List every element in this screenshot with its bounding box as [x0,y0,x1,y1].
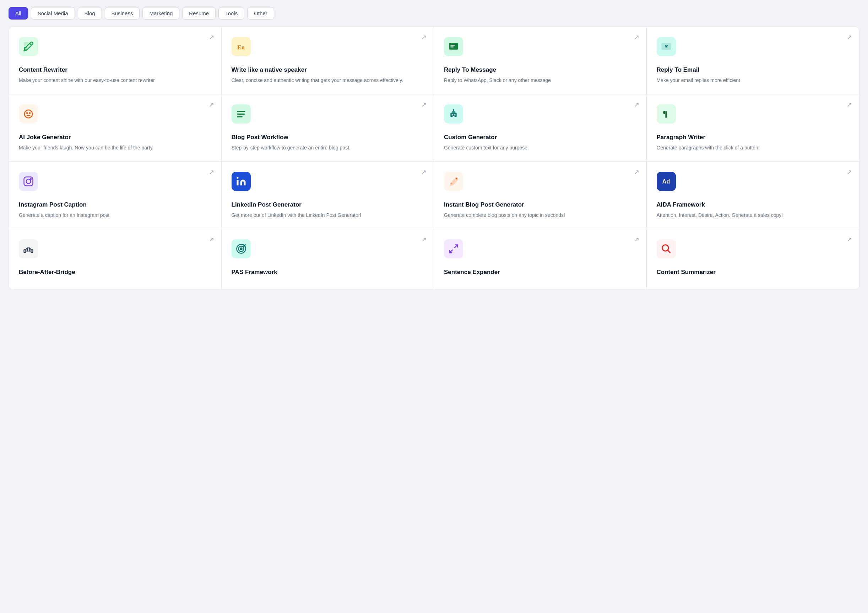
card-linkedin-post-generator[interactable]: ↗ LinkedIn Post Generator Get more out o… [222,162,434,229]
card-desc-reply-to-email: Make your email replies more efficient [657,77,849,84]
svg-line-44 [667,250,670,253]
filter-btn-blog[interactable]: Blog [78,7,102,20]
card-arrow-icon: ↗ [421,169,426,175]
card-arrow-icon: ↗ [634,169,639,175]
svg-point-29 [237,177,238,179]
card-title-instant-blog-post: Instant Blog Post Generator [444,201,636,209]
svg-rect-33 [31,250,33,253]
tools-grid: ↗ Content Rewriter Make your content shi… [9,27,859,289]
card-icon-reply-to-email [657,37,676,56]
svg-point-26 [26,179,31,184]
card-title-paragraph-writer: Paragraph Writer [657,133,849,141]
card-desc-content-rewriter: Make your content shine with our easy-to… [19,77,211,84]
card-desc-instant-blog-post: Generate complete blog posts on any topi… [444,212,636,219]
card-desc-blog-post-workflow: Step-by-step workflow to generate an ent… [232,144,424,152]
svg-point-43 [662,245,668,251]
card-arrow-icon: ↗ [421,237,426,243]
card-icon-native-speaker: En [232,37,251,56]
card-icon-before-after-bridge [19,239,38,259]
card-desc-native-speaker: Clear, concise and authentic writing tha… [232,77,424,84]
card-icon-ai-joke-generator [19,104,38,124]
svg-point-38 [240,248,242,250]
card-title-instagram-post-caption: Instagram Post Caption [19,201,211,209]
svg-rect-32 [24,250,26,253]
card-icon-linkedin-post-generator [232,172,251,191]
filter-btn-other[interactable]: Other [247,7,274,20]
svg-rect-4 [450,46,454,48]
svg-point-23 [453,109,454,110]
card-blog-post-workflow[interactable]: ↗ Blog Post Workflow Step-by-step workfl… [222,94,434,162]
svg-text:¶: ¶ [663,109,668,119]
filter-btn-marketing[interactable]: Marketing [143,7,179,20]
svg-point-10 [29,113,31,114]
card-title-reply-to-message: Reply To Message [444,66,636,74]
card-icon-content-summarizer [657,239,676,259]
filter-btn-business[interactable]: Business [105,7,140,20]
card-arrow-icon: ↗ [847,102,852,108]
svg-rect-2 [449,43,458,50]
card-reply-to-message[interactable]: ↗ Reply To Message Reply to WhatsApp, Sl… [434,27,647,94]
card-custom-generator[interactable]: ↗ Custom Generator Generate custom text … [434,94,647,162]
filter-bar: AllSocial MediaBlogBusinessMarketingResu… [9,7,859,20]
card-icon-content-rewriter [19,37,38,56]
card-aida-framework[interactable]: ↗ Ad AIDA Framework Attention, Interest,… [647,162,859,229]
svg-rect-25 [24,177,33,186]
card-instant-blog-post[interactable]: ↗ Instant Blog Post Generator Generate c… [434,162,647,229]
svg-rect-15 [237,114,238,115]
svg-line-41 [454,245,458,248]
card-arrow-icon: ↗ [421,102,426,108]
card-title-custom-generator: Custom Generator [444,133,636,141]
card-before-after-bridge[interactable]: ↗ Before-After-Bridge [9,229,222,289]
svg-text:En: En [237,44,245,51]
card-icon-aida-framework: Ad [657,172,676,191]
card-title-linkedin-post-generator: LinkedIn Post Generator [232,201,424,209]
card-icon-paragraph-writer: ¶ [657,104,676,124]
card-ai-joke-generator[interactable]: ↗ AI Joke Generator Make your friends la… [9,94,222,162]
card-native-speaker[interactable]: ↗ En Write like a native speaker Clear, … [222,27,434,94]
svg-point-30 [450,183,452,184]
card-icon-instant-blog-post [444,172,463,191]
card-desc-reply-to-message: Reply to WhatsApp, Slack or any other me… [444,77,636,84]
card-title-aida-framework: AIDA Framework [657,201,849,209]
svg-rect-21 [453,116,454,117]
card-title-content-rewriter: Content Rewriter [19,66,211,74]
card-arrow-icon: ↗ [847,169,852,175]
card-pas-framework[interactable]: ↗ PAS Framework [222,229,434,289]
filter-btn-tools[interactable]: Tools [219,7,244,20]
card-desc-instagram-post-caption: Generate a caption for an Instagram post [19,212,211,219]
card-content-summarizer[interactable]: ↗ Content Summarizer [647,229,859,289]
card-title-before-after-bridge: Before-After-Bridge [19,268,211,276]
card-content-rewriter[interactable]: ↗ Content Rewriter Make your content shi… [9,27,222,94]
card-title-blog-post-workflow: Blog Post Workflow [232,133,424,141]
card-desc-paragraph-writer: Generate paragraphs with the click of a … [657,144,849,152]
card-icon-blog-post-workflow [232,104,251,124]
svg-rect-3 [450,45,455,46]
card-arrow-icon: ↗ [847,34,852,40]
card-arrow-icon: ↗ [421,34,426,40]
card-title-ai-joke-generator: AI Joke Generator [19,133,211,141]
card-sentence-expander[interactable]: ↗ Sentence Expander [434,229,647,289]
card-reply-to-email[interactable]: ↗ Reply To Email Make your email replies… [647,27,859,94]
card-desc-linkedin-post-generator: Get more out of LinkedIn with the Linked… [232,212,424,219]
filter-btn-social-media[interactable]: Social Media [31,7,75,20]
svg-point-8 [25,110,33,118]
svg-rect-0 [25,43,28,46]
card-instagram-post-caption[interactable]: ↗ Instagram Post Caption Generate a capt… [9,162,222,229]
card-desc-custom-generator: Generate custom text for any purpose. [444,144,636,152]
filter-btn-all[interactable]: All [9,7,28,20]
card-title-native-speaker: Write like a native speaker [232,66,424,74]
card-arrow-icon: ↗ [209,237,214,243]
card-desc-aida-framework: Attention, Interest, Desire, Action. Gen… [657,212,849,219]
svg-point-19 [451,114,453,116]
svg-line-42 [450,250,453,253]
svg-point-20 [454,114,456,116]
svg-rect-16 [237,116,238,117]
card-arrow-icon: ↗ [634,237,639,243]
filter-btn-resume[interactable]: Resume [182,7,215,20]
card-arrow-icon: ↗ [634,34,639,40]
card-icon-instagram-post-caption [19,172,38,191]
card-arrow-icon: ↗ [634,102,639,108]
card-icon-pas-framework [232,239,251,259]
card-paragraph-writer[interactable]: ↗ ¶ Paragraph Writer Generate paragraphs… [647,94,859,162]
svg-rect-14 [237,111,238,112]
